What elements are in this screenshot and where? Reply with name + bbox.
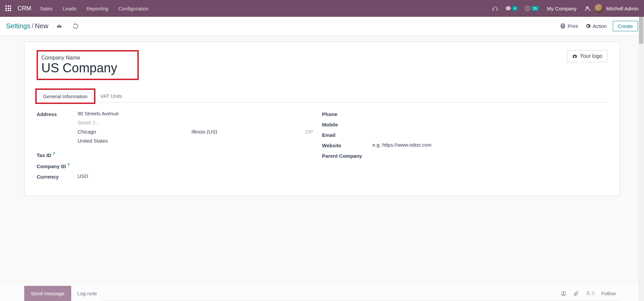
company-name-block[interactable]: Company Name US Company [37,50,139,80]
street1-input[interactable]: 90 Streets Avenue [78,111,322,116]
action-dropdown[interactable]: Action [585,23,607,29]
action-label: Action [593,23,607,29]
form-body: Address 90 Streets Avenue Street 2... Ch… [37,111,607,184]
website-label: Website [322,142,373,148]
discard-icon[interactable] [73,23,79,29]
tab-vat-units[interactable]: VAT Units [94,89,129,102]
currency-input[interactable]: USD [78,173,322,179]
activities-icon[interactable]: 35 [524,5,539,11]
taxid-help-icon[interactable]: ? [53,152,55,156]
company-switcher[interactable]: My Company [547,6,576,11]
create-button[interactable]: Create [613,21,638,31]
company-logo-button[interactable]: Your logo [567,50,607,62]
user-menu[interactable]: Mitchell Admin [595,4,639,13]
form-card: Your logo Company Name US Company Genera… [24,42,620,196]
messages-icon[interactable]: 4 [505,5,518,11]
breadcrumb: Settings / New [6,22,48,30]
scrollbar-thumb[interactable] [639,17,643,44]
top-nav: CRM Sales Leads Reporting Configuration … [0,0,644,17]
apps-icon[interactable] [5,5,11,11]
action-bar: Settings / New Print Action Create [0,17,644,36]
phone-label: Phone [322,111,373,117]
menu-reporting[interactable]: Reporting [86,6,108,11]
print-button[interactable]: Print [560,23,578,29]
scrollbar[interactable] [638,17,644,196]
tabs: General Information VAT Units [37,89,607,103]
taxid-label: Tax ID ? [37,151,78,158]
menu-sales[interactable]: Sales [40,6,53,11]
print-label: Print [567,23,578,29]
parent-company-label: Parent Company [322,152,373,159]
support-icon[interactable] [492,5,499,11]
cloud-save-icon[interactable] [56,24,62,29]
mobile-label: Mobile [322,121,373,127]
logo-button-label: Your logo [580,53,602,59]
address-label: Address [37,111,78,117]
tab-general-information[interactable]: General Information [37,90,94,103]
menu-leads[interactable]: Leads [63,6,77,11]
breadcrumb-root[interactable]: Settings [6,22,30,30]
right-column: Phone Mobile Email Website e.g. https://… [322,111,608,184]
website-input[interactable]: e.g. https://www.odoo.com [373,142,608,148]
svg-rect-0 [492,9,493,11]
company-name-input[interactable]: US Company [41,61,117,75]
menu-configuration[interactable]: Configuration [118,6,148,11]
street2-input[interactable]: Street 2... [78,120,322,125]
breadcrumb-current: New [35,22,48,30]
country-input[interactable]: United States [78,138,322,144]
activities-badge: 35 [531,6,539,11]
breadcrumb-separator: / [32,22,34,30]
user-name: Mitchell Admin [606,6,639,11]
avatar [595,4,603,13]
messages-badge: 4 [512,6,518,11]
state-input[interactable]: Illinois (US) [191,129,299,135]
companyid-label: Company ID ? [37,162,78,169]
zip-input[interactable]: ZIP [305,129,322,135]
app-brand[interactable]: CRM [17,5,31,12]
email-label: Email [322,131,373,138]
settings-icon[interactable] [585,5,591,12]
currency-label: Currency [37,173,78,180]
left-column: Address 90 Streets Avenue Street 2... Ch… [37,111,322,184]
company-name-label: Company Name [41,55,117,61]
main-canvas: Your logo Company Name US Company Genera… [0,36,644,196]
svg-rect-1 [497,9,498,11]
city-input[interactable]: Chicago [78,129,185,135]
companyid-help-icon[interactable]: ? [68,163,70,167]
